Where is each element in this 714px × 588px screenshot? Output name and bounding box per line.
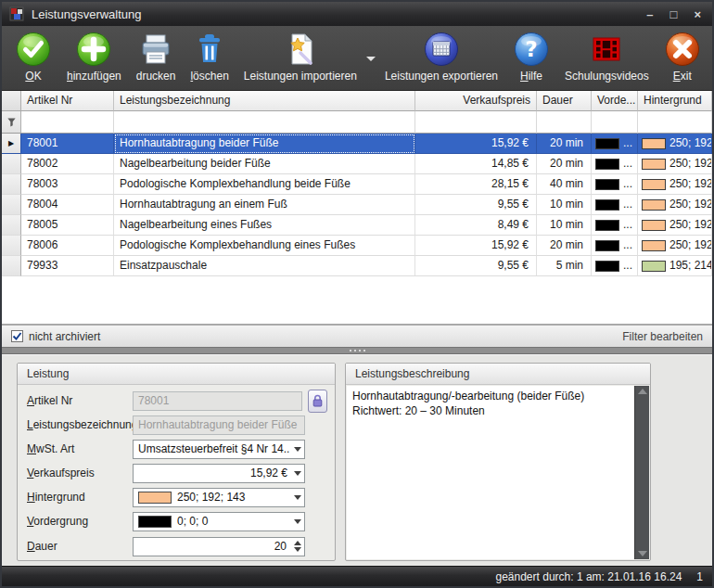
cell-verkaufspreis[interactable]: 9,55 €	[415, 256, 537, 276]
exit-icon	[664, 30, 701, 69]
cell-verkaufspreis[interactable]: 8,49 €	[415, 215, 537, 236]
filter-cell-dauer[interactable]	[537, 111, 592, 134]
cell-leistungsbezeichnung[interactable]: Hornhautabtragung an einem Fuß	[114, 195, 415, 215]
cell-artikel-nr[interactable]: 78006	[21, 236, 114, 256]
cell-leistungsbezeichnung[interactable]: Podologische Komplexbehandlung beide Füß…	[114, 174, 415, 195]
cell-hintergrund[interactable]: 250; 192...	[638, 236, 712, 256]
delete-button[interactable]: löschen	[183, 28, 236, 85]
nicht-archiviert-checkbox[interactable]	[11, 330, 23, 342]
foreground-color-swatch	[595, 159, 619, 170]
cell-dauer[interactable]: 40 min	[537, 174, 592, 195]
scroll-down-icon[interactable]	[638, 551, 647, 556]
column-header-vordergrund[interactable]: Vorde...	[592, 91, 638, 111]
ok-button[interactable]: OK	[7, 28, 59, 85]
foreground-color-label: ...	[623, 174, 632, 194]
cell-leistungsbezeichnung[interactable]: Nagelbearbeitung eines Fußes	[114, 215, 415, 236]
schulungsvideos-button[interactable]: Schulungsvideos	[557, 28, 657, 85]
filter-bearbeiten-link[interactable]: Filter bearbeiten	[622, 330, 703, 343]
help-button[interactable]: ? Hilfe	[505, 28, 557, 85]
column-header-artikel-nr[interactable]: Artikel Nr	[21, 91, 114, 111]
cell-vordergrund[interactable]: ...	[592, 134, 638, 154]
import-leistungen-button[interactable]: Leistungen importieren	[236, 28, 364, 85]
cell-artikel-nr[interactable]: 78001	[21, 134, 114, 154]
close-button[interactable]: ×	[694, 8, 701, 20]
cell-artikel-nr[interactable]: 78002	[21, 154, 114, 174]
cell-hintergrund[interactable]: 250; 192...	[638, 154, 712, 174]
filter-cell-preis[interactable]	[415, 111, 537, 134]
cell-hintergrund[interactable]: 250; 192...	[638, 134, 712, 154]
export-leistungen-button[interactable]: Leistungen exportieren	[377, 28, 505, 85]
cell-vordergrund[interactable]: ...	[592, 236, 638, 256]
cell-dauer[interactable]: 5 min	[537, 256, 592, 276]
cell-leistungsbezeichnung[interactable]: Hornhautabtragung beider Füße	[114, 134, 415, 154]
cell-verkaufspreis[interactable]: 28,15 €	[415, 174, 537, 195]
table-row[interactable]: 78003 Podologische Komplexbehandlung bei…	[2, 174, 712, 195]
verkaufspreis-dropdown[interactable]: 15,92 €	[133, 464, 305, 483]
dauer-spinner[interactable]: 20	[133, 537, 305, 556]
artikel-nr-field[interactable]: 78001	[133, 391, 302, 411]
cell-dauer[interactable]: 10 min	[537, 195, 592, 215]
minimize-button[interactable]: –	[646, 8, 653, 20]
cell-vordergrund[interactable]: ...	[592, 215, 638, 236]
table-row[interactable]: ▶ 78001 Hornhautabtragung beider Füße 15…	[2, 134, 712, 154]
svg-text:?: ?	[525, 37, 537, 61]
description-scrollbar[interactable]	[634, 386, 649, 559]
maximize-button[interactable]: □	[670, 8, 678, 20]
cell-leistungsbezeichnung[interactable]: Nagelbearbeitung beider Füße	[114, 154, 415, 174]
leistungsbeschreibung-textarea[interactable]: Hornhautabtragung/-bearbeitung (beider F…	[347, 386, 634, 559]
verkaufspreis-label: Verkaufspreis	[27, 467, 133, 479]
print-button[interactable]: drucken	[129, 28, 184, 85]
cell-hintergrund[interactable]: 250; 192...	[638, 195, 712, 215]
spinner-arrows-icon[interactable]	[294, 541, 301, 552]
filter-cell-artikel[interactable]	[21, 111, 114, 134]
column-header-leistungsbezeichnung[interactable]: Leistungsbezeichnung	[114, 91, 415, 111]
cell-verkaufspreis[interactable]: 15,92 €	[415, 236, 537, 256]
cell-dauer[interactable]: 20 min	[537, 154, 592, 174]
exit-button[interactable]: Exit	[657, 28, 708, 85]
mwst-art-dropdown[interactable]: Umsatzsteuerbefreit §4 Nr 14...	[133, 440, 305, 459]
leistungsbezeichnung-field[interactable]: Hornhautabtragung beider Füße	[133, 415, 305, 435]
cell-vordergrund[interactable]: ...	[592, 174, 638, 195]
table-row[interactable]: 79933 Einsatzpauschale 9,55 € 5 min ... …	[2, 256, 712, 276]
hintergrund-color-dropdown[interactable]: 250; 192; 143	[133, 488, 305, 507]
cell-dauer[interactable]: 10 min	[537, 215, 592, 236]
column-header-verkaufspreis[interactable]: Verkaufspreis	[415, 91, 537, 111]
cell-verkaufspreis[interactable]: 15,92 €	[415, 134, 537, 154]
filter-cell-bezeichnung[interactable]	[114, 111, 415, 134]
lock-button[interactable]	[308, 390, 327, 413]
cell-hintergrund[interactable]: 195; 214...	[638, 256, 712, 276]
foreground-color-swatch	[595, 261, 619, 272]
vordergrund-swatch	[138, 516, 172, 528]
cell-vordergrund[interactable]: ...	[592, 195, 638, 215]
cell-leistungsbezeichnung[interactable]: Podologische Komplexbehandlung eines Fuß…	[114, 236, 415, 256]
scroll-up-icon[interactable]	[638, 389, 647, 394]
title-bar[interactable]: Leistungsverwaltung – □ ×	[2, 2, 712, 26]
cell-leistungsbezeichnung[interactable]: Einsatzpauschale	[114, 256, 415, 276]
filter-cell-hintergrund[interactable]	[638, 111, 712, 134]
cell-dauer[interactable]: 20 min	[537, 134, 592, 154]
cell-verkaufspreis[interactable]: 14,85 €	[415, 154, 537, 174]
cell-artikel-nr[interactable]: 78003	[21, 174, 114, 195]
cell-hintergrund[interactable]: 250; 192...	[638, 174, 712, 195]
column-header-dauer[interactable]: Dauer	[537, 91, 592, 111]
filter-cell-vordergrund[interactable]	[592, 111, 638, 134]
splitter-handle[interactable]	[2, 347, 712, 354]
table-row[interactable]: 78006 Podologische Komplexbehandlung ein…	[2, 236, 712, 256]
vordergrund-color-dropdown[interactable]: 0; 0; 0	[133, 512, 305, 531]
table-row[interactable]: 78004 Hornhautabtragung an einem Fuß 9,5…	[2, 195, 712, 215]
cell-artikel-nr[interactable]: 78004	[21, 195, 114, 215]
table-row[interactable]: 78005 Nagelbearbeitung eines Fußes 8,49 …	[2, 215, 712, 236]
table-row[interactable]: 78002 Nagelbearbeitung beider Füße 14,85…	[2, 154, 712, 174]
foreground-color-swatch	[595, 179, 619, 190]
import-dropdown-arrow[interactable]	[366, 57, 376, 61]
cell-verkaufspreis[interactable]: 9,55 €	[415, 195, 537, 215]
cell-hintergrund[interactable]: 250; 192...	[638, 215, 712, 236]
column-header-hintergrund[interactable]: Hintergrund	[638, 91, 712, 111]
cell-vordergrund[interactable]: ...	[592, 256, 638, 276]
cell-dauer[interactable]: 20 min	[537, 236, 592, 256]
cell-artikel-nr[interactable]: 78005	[21, 215, 114, 236]
row-indicator: ▶	[2, 134, 21, 154]
cell-vordergrund[interactable]: ...	[592, 154, 638, 174]
cell-artikel-nr[interactable]: 79933	[21, 256, 114, 276]
add-button[interactable]: hinzufügen	[59, 28, 129, 85]
